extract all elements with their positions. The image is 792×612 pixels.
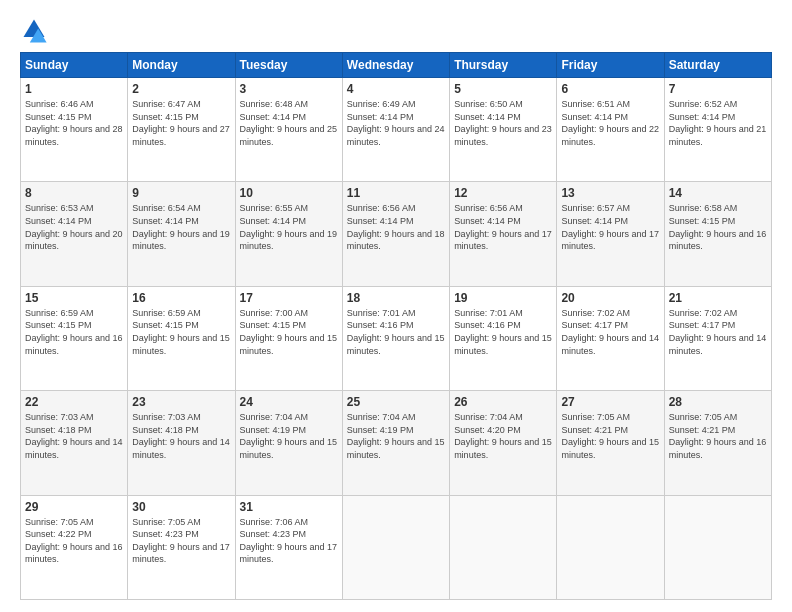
day-cell: 7 Sunrise: 6:52 AM Sunset: 4:14 PM Dayli… [664, 78, 771, 182]
day-cell: 9 Sunrise: 6:54 AM Sunset: 4:14 PM Dayli… [128, 182, 235, 286]
day-info: Sunrise: 7:01 AM Sunset: 4:16 PM Dayligh… [347, 307, 445, 357]
day-cell: 22 Sunrise: 7:03 AM Sunset: 4:18 PM Dayl… [21, 391, 128, 495]
weekday-header-friday: Friday [557, 53, 664, 78]
day-cell: 23 Sunrise: 7:03 AM Sunset: 4:18 PM Dayl… [128, 391, 235, 495]
day-info: Sunrise: 6:46 AM Sunset: 4:15 PM Dayligh… [25, 98, 123, 148]
day-number: 11 [347, 186, 445, 200]
day-cell: 6 Sunrise: 6:51 AM Sunset: 4:14 PM Dayli… [557, 78, 664, 182]
weekday-header-sunday: Sunday [21, 53, 128, 78]
day-number: 22 [25, 395, 123, 409]
day-cell: 13 Sunrise: 6:57 AM Sunset: 4:14 PM Dayl… [557, 182, 664, 286]
day-info: Sunrise: 7:05 AM Sunset: 4:21 PM Dayligh… [669, 411, 767, 461]
day-info: Sunrise: 7:04 AM Sunset: 4:19 PM Dayligh… [240, 411, 338, 461]
day-info: Sunrise: 7:05 AM Sunset: 4:23 PM Dayligh… [132, 516, 230, 566]
day-info: Sunrise: 7:04 AM Sunset: 4:19 PM Dayligh… [347, 411, 445, 461]
week-row-4: 22 Sunrise: 7:03 AM Sunset: 4:18 PM Dayl… [21, 391, 772, 495]
day-info: Sunrise: 6:49 AM Sunset: 4:14 PM Dayligh… [347, 98, 445, 148]
day-number: 6 [561, 82, 659, 96]
day-number: 9 [132, 186, 230, 200]
day-info: Sunrise: 7:05 AM Sunset: 4:21 PM Dayligh… [561, 411, 659, 461]
day-number: 31 [240, 500, 338, 514]
day-info: Sunrise: 7:01 AM Sunset: 4:16 PM Dayligh… [454, 307, 552, 357]
day-number: 20 [561, 291, 659, 305]
day-number: 26 [454, 395, 552, 409]
day-info: Sunrise: 6:59 AM Sunset: 4:15 PM Dayligh… [132, 307, 230, 357]
day-info: Sunrise: 7:05 AM Sunset: 4:22 PM Dayligh… [25, 516, 123, 566]
day-cell [557, 495, 664, 599]
day-number: 1 [25, 82, 123, 96]
week-row-3: 15 Sunrise: 6:59 AM Sunset: 4:15 PM Dayl… [21, 286, 772, 390]
day-cell [342, 495, 449, 599]
day-number: 19 [454, 291, 552, 305]
day-number: 24 [240, 395, 338, 409]
day-number: 15 [25, 291, 123, 305]
day-info: Sunrise: 6:56 AM Sunset: 4:14 PM Dayligh… [347, 202, 445, 252]
day-number: 27 [561, 395, 659, 409]
week-row-1: 1 Sunrise: 6:46 AM Sunset: 4:15 PM Dayli… [21, 78, 772, 182]
weekday-header-monday: Monday [128, 53, 235, 78]
day-cell: 16 Sunrise: 6:59 AM Sunset: 4:15 PM Dayl… [128, 286, 235, 390]
day-number: 28 [669, 395, 767, 409]
day-number: 12 [454, 186, 552, 200]
day-cell: 1 Sunrise: 6:46 AM Sunset: 4:15 PM Dayli… [21, 78, 128, 182]
day-cell: 15 Sunrise: 6:59 AM Sunset: 4:15 PM Dayl… [21, 286, 128, 390]
day-cell: 20 Sunrise: 7:02 AM Sunset: 4:17 PM Dayl… [557, 286, 664, 390]
day-info: Sunrise: 6:52 AM Sunset: 4:14 PM Dayligh… [669, 98, 767, 148]
day-cell: 19 Sunrise: 7:01 AM Sunset: 4:16 PM Dayl… [450, 286, 557, 390]
day-number: 4 [347, 82, 445, 96]
day-cell: 30 Sunrise: 7:05 AM Sunset: 4:23 PM Dayl… [128, 495, 235, 599]
day-cell: 25 Sunrise: 7:04 AM Sunset: 4:19 PM Dayl… [342, 391, 449, 495]
day-cell: 24 Sunrise: 7:04 AM Sunset: 4:19 PM Dayl… [235, 391, 342, 495]
day-cell: 31 Sunrise: 7:06 AM Sunset: 4:23 PM Dayl… [235, 495, 342, 599]
day-cell [664, 495, 771, 599]
day-number: 5 [454, 82, 552, 96]
header [20, 16, 772, 44]
day-cell: 17 Sunrise: 7:00 AM Sunset: 4:15 PM Dayl… [235, 286, 342, 390]
day-number: 17 [240, 291, 338, 305]
day-cell: 14 Sunrise: 6:58 AM Sunset: 4:15 PM Dayl… [664, 182, 771, 286]
day-cell: 12 Sunrise: 6:56 AM Sunset: 4:14 PM Dayl… [450, 182, 557, 286]
day-info: Sunrise: 6:54 AM Sunset: 4:14 PM Dayligh… [132, 202, 230, 252]
day-info: Sunrise: 6:48 AM Sunset: 4:14 PM Dayligh… [240, 98, 338, 148]
day-number: 8 [25, 186, 123, 200]
day-cell: 29 Sunrise: 7:05 AM Sunset: 4:22 PM Dayl… [21, 495, 128, 599]
weekday-header-tuesday: Tuesday [235, 53, 342, 78]
day-cell: 5 Sunrise: 6:50 AM Sunset: 4:14 PM Dayli… [450, 78, 557, 182]
day-info: Sunrise: 6:56 AM Sunset: 4:14 PM Dayligh… [454, 202, 552, 252]
day-cell: 2 Sunrise: 6:47 AM Sunset: 4:15 PM Dayli… [128, 78, 235, 182]
day-info: Sunrise: 6:58 AM Sunset: 4:15 PM Dayligh… [669, 202, 767, 252]
day-cell: 26 Sunrise: 7:04 AM Sunset: 4:20 PM Dayl… [450, 391, 557, 495]
day-cell: 18 Sunrise: 7:01 AM Sunset: 4:16 PM Dayl… [342, 286, 449, 390]
day-cell: 10 Sunrise: 6:55 AM Sunset: 4:14 PM Dayl… [235, 182, 342, 286]
page: SundayMondayTuesdayWednesdayThursdayFrid… [0, 0, 792, 612]
logo [20, 16, 52, 44]
day-cell: 3 Sunrise: 6:48 AM Sunset: 4:14 PM Dayli… [235, 78, 342, 182]
day-number: 25 [347, 395, 445, 409]
day-number: 30 [132, 500, 230, 514]
weekday-header-thursday: Thursday [450, 53, 557, 78]
day-cell: 28 Sunrise: 7:05 AM Sunset: 4:21 PM Dayl… [664, 391, 771, 495]
day-number: 21 [669, 291, 767, 305]
day-number: 3 [240, 82, 338, 96]
day-info: Sunrise: 7:02 AM Sunset: 4:17 PM Dayligh… [669, 307, 767, 357]
day-info: Sunrise: 7:06 AM Sunset: 4:23 PM Dayligh… [240, 516, 338, 566]
day-number: 16 [132, 291, 230, 305]
day-cell [450, 495, 557, 599]
day-number: 2 [132, 82, 230, 96]
day-info: Sunrise: 6:51 AM Sunset: 4:14 PM Dayligh… [561, 98, 659, 148]
week-row-5: 29 Sunrise: 7:05 AM Sunset: 4:22 PM Dayl… [21, 495, 772, 599]
day-number: 23 [132, 395, 230, 409]
day-number: 14 [669, 186, 767, 200]
weekday-header-saturday: Saturday [664, 53, 771, 78]
day-info: Sunrise: 6:50 AM Sunset: 4:14 PM Dayligh… [454, 98, 552, 148]
day-info: Sunrise: 6:55 AM Sunset: 4:14 PM Dayligh… [240, 202, 338, 252]
day-number: 18 [347, 291, 445, 305]
day-info: Sunrise: 6:59 AM Sunset: 4:15 PM Dayligh… [25, 307, 123, 357]
week-row-2: 8 Sunrise: 6:53 AM Sunset: 4:14 PM Dayli… [21, 182, 772, 286]
calendar-table: SundayMondayTuesdayWednesdayThursdayFrid… [20, 52, 772, 600]
day-info: Sunrise: 6:47 AM Sunset: 4:15 PM Dayligh… [132, 98, 230, 148]
logo-icon [20, 16, 48, 44]
day-info: Sunrise: 7:00 AM Sunset: 4:15 PM Dayligh… [240, 307, 338, 357]
day-info: Sunrise: 7:03 AM Sunset: 4:18 PM Dayligh… [132, 411, 230, 461]
day-number: 29 [25, 500, 123, 514]
